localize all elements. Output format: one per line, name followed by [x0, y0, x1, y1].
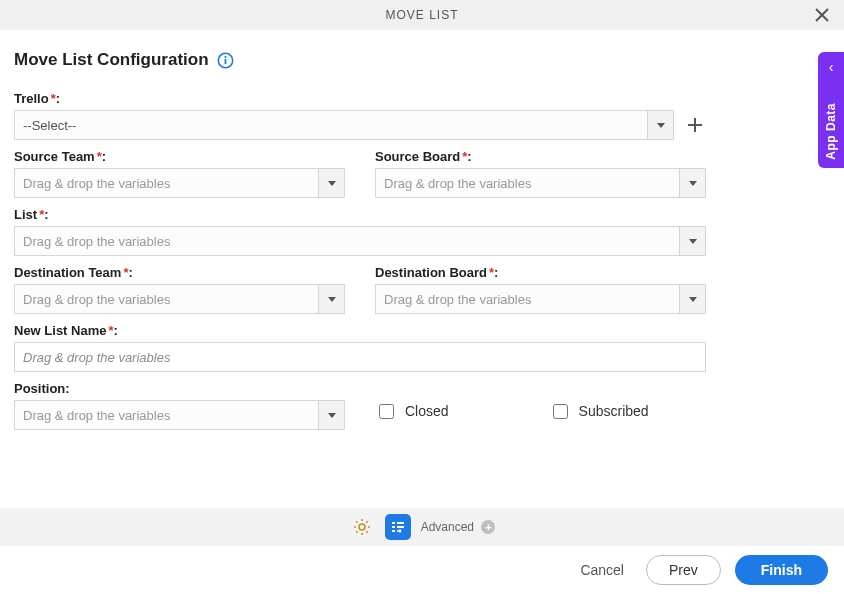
list-field[interactable] [14, 226, 706, 256]
chevron-left-icon: ‹ [829, 60, 834, 74]
svg-point-7 [359, 524, 365, 530]
source-board-field[interactable] [375, 168, 706, 198]
source-team-label: Source Team*: [14, 149, 345, 164]
svg-rect-17 [392, 526, 395, 528]
destination-team-caret[interactable] [319, 284, 345, 314]
plus-circle-icon: + [481, 520, 495, 534]
info-icon[interactable] [217, 52, 234, 69]
finish-button[interactable]: Finish [735, 555, 828, 585]
destination-team-label: Destination Team*: [14, 265, 345, 280]
svg-line-14 [356, 531, 357, 532]
svg-line-12 [356, 521, 357, 522]
destination-team-field[interactable] [14, 284, 345, 314]
source-team-input[interactable] [14, 168, 319, 198]
subscribed-checkbox-label[interactable]: Subscribed [549, 401, 649, 422]
settings-button[interactable] [349, 514, 375, 540]
source-board-label: Source Board*: [375, 149, 706, 164]
list-label: List*: [14, 207, 706, 222]
closed-checkbox-label[interactable]: Closed [375, 401, 449, 422]
add-connection-button[interactable] [684, 114, 706, 136]
position-caret[interactable] [319, 400, 345, 430]
bottom-toolbar: Advanced + [0, 508, 844, 546]
mapping-button[interactable] [385, 514, 411, 540]
position-input[interactable] [14, 400, 319, 430]
caret-down-icon [657, 123, 665, 128]
list-input[interactable] [14, 226, 680, 256]
list-mapping-icon [390, 519, 406, 535]
form: Trello*: Source Team*: Source Board*: [0, 78, 720, 430]
list-caret[interactable] [680, 226, 706, 256]
advanced-label[interactable]: Advanced + [421, 520, 496, 534]
app-data-tab[interactable]: ‹ App Data [818, 52, 844, 168]
svg-rect-16 [392, 522, 395, 524]
position-field[interactable] [14, 400, 345, 430]
dialog-title: MOVE LIST [385, 8, 458, 22]
prev-button[interactable]: Prev [646, 555, 721, 585]
closed-checkbox[interactable] [379, 404, 394, 419]
dialog-header: MOVE LIST [0, 0, 844, 30]
svg-rect-19 [397, 522, 404, 524]
caret-down-icon [689, 297, 697, 302]
caret-down-icon [689, 181, 697, 186]
footer: Cancel Prev Finish [0, 546, 844, 594]
subscribed-checkbox[interactable] [553, 404, 568, 419]
close-button[interactable] [810, 0, 834, 30]
svg-rect-18 [392, 530, 395, 532]
closed-label-text: Closed [405, 403, 449, 419]
gear-icon [353, 518, 371, 536]
trello-select-caret[interactable] [648, 110, 674, 140]
caret-down-icon [328, 413, 336, 418]
destination-board-field[interactable] [375, 284, 706, 314]
page-title: Move List Configuration [14, 50, 209, 70]
svg-rect-20 [397, 526, 404, 528]
destination-board-input[interactable] [375, 284, 680, 314]
position-label: Position: [14, 381, 345, 396]
destination-board-caret[interactable] [680, 284, 706, 314]
plus-icon [687, 117, 703, 133]
svg-line-15 [366, 521, 367, 522]
caret-down-icon [328, 297, 336, 302]
source-board-caret[interactable] [680, 168, 706, 198]
subscribed-label-text: Subscribed [579, 403, 649, 419]
trello-select-input[interactable] [14, 110, 648, 140]
source-team-caret[interactable] [319, 168, 345, 198]
source-board-input[interactable] [375, 168, 680, 198]
new-list-name-label: New List Name*: [14, 323, 706, 338]
destination-team-input[interactable] [14, 284, 319, 314]
trello-select[interactable] [14, 110, 674, 140]
page-title-row: Move List Configuration [0, 30, 844, 78]
app-data-tab-label: App Data [824, 103, 838, 160]
cancel-button[interactable]: Cancel [572, 556, 632, 584]
trello-label: Trello*: [14, 91, 706, 106]
svg-rect-4 [224, 59, 226, 64]
destination-board-label: Destination Board*: [375, 265, 706, 280]
close-icon [815, 8, 829, 22]
svg-line-13 [366, 531, 367, 532]
caret-down-icon [328, 181, 336, 186]
source-team-field[interactable] [14, 168, 345, 198]
new-list-name-input[interactable] [14, 342, 706, 372]
svg-point-3 [224, 55, 226, 57]
caret-down-icon [689, 239, 697, 244]
